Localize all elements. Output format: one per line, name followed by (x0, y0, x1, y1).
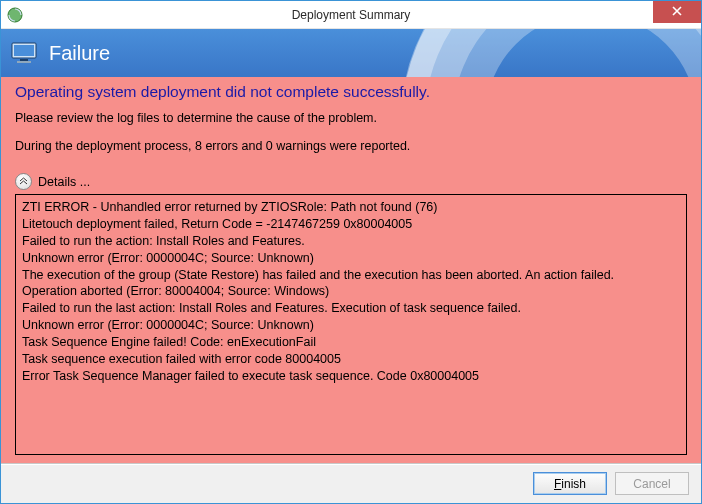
status-heading: Operating system deployment did not comp… (15, 83, 687, 101)
svg-point-0 (8, 8, 22, 22)
decorative-swirl (401, 29, 701, 77)
close-icon (672, 5, 682, 19)
log-line: ZTI ERROR - Unhandled error returned by … (22, 199, 680, 216)
error-count-message: During the deployment process, 8 errors … (15, 139, 687, 153)
review-message: Please review the log files to determine… (15, 111, 687, 125)
log-line: Failed to run the action: Install Roles … (22, 233, 680, 250)
close-button[interactable] (653, 1, 701, 23)
details-label: Details ... (38, 175, 90, 189)
monitor-icon (11, 42, 39, 64)
svg-rect-4 (17, 61, 31, 63)
app-icon (7, 7, 23, 23)
deployment-summary-window: Deployment Summary Failure Operating sys… (0, 0, 702, 504)
log-line: Task Sequence Engine failed! Code: enExe… (22, 334, 680, 351)
log-line: Unknown error (Error: 0000004C; Source: … (22, 250, 680, 267)
header-title: Failure (49, 42, 110, 65)
log-line: Litetouch deployment failed, Return Code… (22, 216, 680, 233)
titlebar: Deployment Summary (1, 1, 701, 29)
log-line: Unknown error (Error: 0000004C; Source: … (22, 317, 680, 334)
log-line: The execution of the group (State Restor… (22, 267, 680, 284)
content-area: Operating system deployment did not comp… (1, 77, 701, 463)
finish-button[interactable]: Finish (533, 472, 607, 495)
window-title: Deployment Summary (1, 8, 701, 22)
log-line: Operation aborted (Error: 80004004; Sour… (22, 283, 680, 300)
error-log-box: ZTI ERROR - Unhandled error returned by … (15, 194, 687, 455)
chevron-up-icon (19, 177, 28, 187)
svg-rect-2 (14, 45, 34, 56)
svg-rect-3 (20, 59, 28, 61)
log-line: Error Task Sequence Manager failed to ex… (22, 368, 680, 385)
header-banner: Failure (1, 29, 701, 77)
details-toggle-row: Details ... (15, 173, 687, 190)
details-toggle-button[interactable] (15, 173, 32, 190)
log-line: Task sequence execution failed with erro… (22, 351, 680, 368)
footer-bar: Finish Cancel (1, 463, 701, 503)
cancel-button[interactable]: Cancel (615, 472, 689, 495)
log-line: Failed to run the last action: Install R… (22, 300, 680, 317)
